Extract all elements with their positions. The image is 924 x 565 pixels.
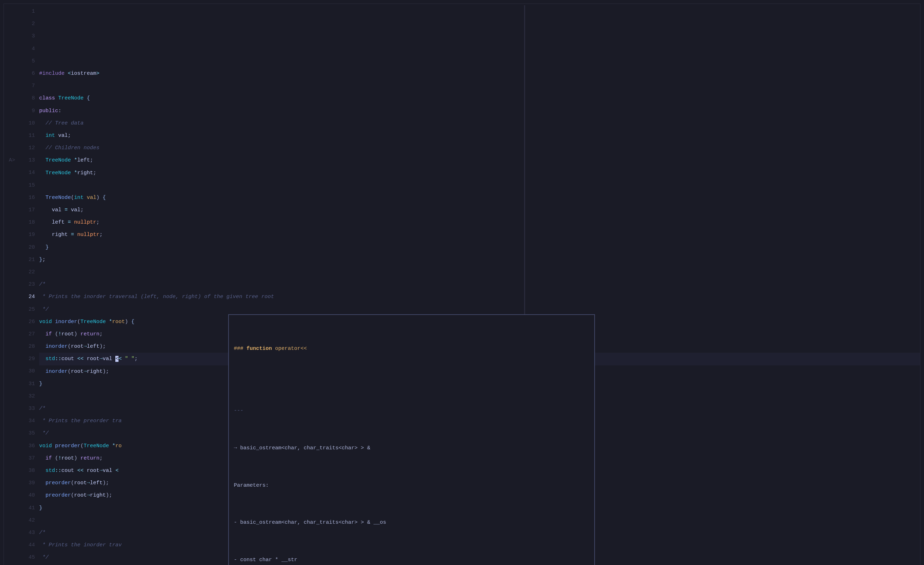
hover-param-2: - const char * __str	[234, 554, 590, 565]
line-number: 31	[24, 378, 35, 390]
line-number: 29	[24, 353, 35, 365]
sign-cell: A>	[4, 154, 24, 166]
sign-cell	[4, 278, 24, 291]
sign-cell	[4, 179, 24, 192]
sign-cell	[4, 452, 24, 465]
line-number: 27	[24, 328, 35, 340]
code-line[interactable]	[39, 266, 920, 278]
sign-cell	[4, 440, 24, 452]
line-number: 3	[24, 30, 35, 42]
code-line[interactable]	[39, 80, 920, 92]
hover-separator: ---	[234, 405, 590, 417]
line-number: 13	[24, 154, 35, 166]
sign-cell	[4, 241, 24, 253]
line-number: 23	[24, 278, 35, 291]
code-line[interactable]: // Tree data	[39, 117, 920, 129]
line-number: 15	[24, 179, 35, 192]
sign-cell	[4, 415, 24, 427]
line-number: 20	[24, 241, 35, 253]
sign-cell	[4, 427, 24, 439]
hover-heading: ### function operator<<	[234, 346, 307, 352]
line-number: 6	[24, 67, 35, 80]
code-line[interactable]: right = nullptr;	[39, 229, 920, 241]
code-line[interactable]: * Prints the inorder traversal (left, no…	[39, 291, 920, 303]
sign-cell	[4, 43, 24, 55]
line-number: 26	[24, 316, 35, 328]
line-number: 43	[24, 526, 35, 539]
sign-cell	[4, 5, 24, 18]
sign-cell	[4, 316, 24, 328]
code-line[interactable]: // Children nodes	[39, 142, 920, 154]
sign-cell	[4, 105, 24, 117]
line-number: 32	[24, 390, 35, 402]
line-number: 24	[24, 291, 35, 303]
line-number: 19	[24, 229, 35, 241]
sign-cell	[4, 514, 24, 526]
line-number: 38	[24, 465, 35, 477]
sign-cell	[4, 18, 24, 30]
sign-cell	[4, 67, 24, 80]
code-line[interactable]	[39, 179, 920, 192]
sign-cell	[4, 129, 24, 142]
code-line[interactable]: int val;	[39, 129, 920, 142]
line-number: 36	[24, 440, 35, 452]
line-number: 9	[24, 105, 35, 117]
line-number: 37	[24, 452, 35, 465]
sign-cell	[4, 291, 24, 303]
sign-cell	[4, 526, 24, 539]
code-line[interactable]: TreeNode(int val) {	[39, 192, 920, 204]
hover-return-type: → basic_ostream<char, char_traits<char> …	[234, 442, 590, 454]
sign-cell	[4, 92, 24, 104]
code-line[interactable]: }	[39, 241, 920, 253]
code-line[interactable]: TreeNode *right;	[39, 167, 920, 179]
hover-param-1: - basic_ostream<char, char_traits<char> …	[234, 516, 590, 529]
code-line[interactable]: class TreeNode {	[39, 92, 920, 104]
line-number: 11	[24, 129, 35, 142]
sign-cell	[4, 117, 24, 129]
code-line[interactable]: };	[39, 253, 920, 266]
code-area[interactable]: ### function operator<< --- → basic_ostr…	[39, 4, 920, 565]
lsp-hover-popup[interactable]: ### function operator<< --- → basic_ostr…	[228, 314, 595, 565]
sign-cell	[4, 216, 24, 229]
sign-cell	[4, 390, 24, 402]
sign-cell	[4, 353, 24, 365]
sign-cell	[4, 229, 24, 241]
line-number: 39	[24, 477, 35, 489]
line-number: 30	[24, 365, 35, 378]
line-number: 2	[24, 18, 35, 30]
code-line[interactable]: public:	[39, 105, 920, 117]
sign-cell	[4, 378, 24, 390]
sign-cell	[4, 551, 24, 564]
line-number: 35	[24, 427, 35, 439]
line-number: 1	[24, 5, 35, 18]
sign-cell	[4, 30, 24, 42]
line-number: 42	[24, 514, 35, 526]
code-line[interactable]: */	[39, 303, 920, 316]
code-line[interactable]: val = val;	[39, 204, 920, 216]
sign-cell	[4, 266, 24, 278]
code-line[interactable]: /*	[39, 278, 920, 291]
code-line[interactable]: TreeNode *left;	[39, 154, 920, 166]
line-number: 18	[24, 216, 35, 229]
sign-cell	[4, 477, 24, 489]
sign-cell	[4, 253, 24, 266]
line-number: 25	[24, 303, 35, 316]
hover-params-label: Parameters:	[234, 479, 590, 492]
line-number: 7	[24, 80, 35, 92]
line-number: 10	[24, 117, 35, 129]
sign-cell	[4, 328, 24, 340]
sign-cell	[4, 166, 24, 179]
editor-window: A> 1234567891011121314151617181920212223…	[0, 0, 924, 565]
sign-cell	[4, 55, 24, 67]
line-number: 16	[24, 192, 35, 204]
line-number: 17	[24, 204, 35, 216]
sign-cell	[4, 303, 24, 316]
sign-cell	[4, 204, 24, 216]
sign-cell	[4, 340, 24, 353]
line-number: 22	[24, 266, 35, 278]
editor-body[interactable]: A> 1234567891011121314151617181920212223…	[3, 3, 921, 565]
code-line[interactable]: left = nullptr;	[39, 216, 920, 229]
sign-cell	[4, 365, 24, 378]
code-line[interactable]: #include <iostream>	[39, 67, 920, 80]
line-number: 45	[24, 551, 35, 564]
